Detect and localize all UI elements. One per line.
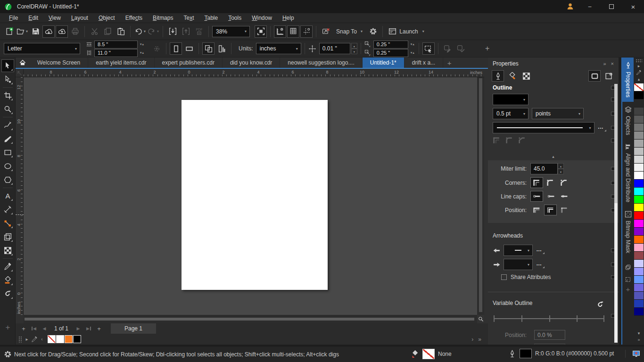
menu-item[interactable]: Edit — [23, 13, 43, 23]
portrait-orientation-button[interactable] — [170, 42, 182, 55]
tab-neowell-suggestion-logo[interactable]: neowell suggestion logo.... — [280, 58, 362, 68]
docker-tab-align-and-distribute[interactable]: Align and Distribute — [622, 139, 634, 206]
outline-color-swatch[interactable] — [520, 349, 532, 358]
palette-flyout-icon[interactable]: ▸ — [634, 63, 644, 69]
tab-drift-x-a[interactable]: drift x a... — [405, 58, 443, 68]
home-icon[interactable] — [16, 58, 30, 68]
nudge-distance-field[interactable]: 0.01 " — [319, 43, 350, 54]
vertical-ruler[interactable]: inches 121086420 — [16, 77, 24, 315]
swatch-dark-red[interactable] — [634, 252, 644, 260]
swatch-yellow[interactable] — [634, 204, 644, 212]
fill-color-swatch[interactable] — [422, 349, 435, 359]
swatch-white[interactable] — [634, 172, 644, 180]
shadow-tool[interactable] — [1, 230, 14, 243]
zoom-level-combo[interactable]: 38% ▾ — [212, 26, 250, 37]
swatch-green[interactable] — [634, 196, 644, 204]
outline-color-combo[interactable]: ▾ — [493, 94, 528, 105]
page-size-preset-combo[interactable]: Letter ▾ — [4, 43, 80, 54]
dashed-square-icon[interactable] — [625, 277, 631, 282]
tab-expert-publishers[interactable]: expert publishers.cdr — [155, 58, 223, 68]
options-button[interactable] — [367, 25, 379, 38]
swatch-30-black[interactable] — [634, 148, 644, 156]
document-palette-drag-handle[interactable] — [18, 336, 22, 343]
menu-item[interactable]: Object — [93, 13, 120, 23]
redo-button[interactable]: ▾ — [147, 25, 159, 38]
undo-button[interactable]: ▾ — [134, 25, 146, 38]
variable-outline-icon[interactable] — [596, 301, 604, 309]
corner-preset-icon[interactable] — [518, 136, 526, 144]
zoom-tool[interactable] — [1, 103, 14, 115]
start-arrowhead-settings-button[interactable]: ••• — [537, 248, 545, 253]
swatch-black[interactable] — [634, 91, 644, 99]
miter-corner-button[interactable] — [530, 177, 543, 188]
scrollbar-thumb[interactable] — [614, 84, 618, 203]
artistic-media-tool[interactable] — [1, 132, 14, 145]
palette-scroll-up-icon[interactable]: ▴ — [634, 76, 644, 82]
variable-outline-slider[interactable] — [494, 315, 604, 322]
dimension-tool[interactable] — [1, 203, 14, 216]
doc-swatch-white[interactable] — [56, 335, 64, 343]
shape-tool[interactable] — [1, 73, 14, 86]
current-page-layout-button[interactable] — [215, 42, 228, 55]
swatch-pale-lavender[interactable] — [634, 260, 644, 268]
swatch-10-black[interactable] — [634, 164, 644, 172]
fullscreen-preview-button[interactable] — [255, 25, 267, 38]
panel-scrollbar[interactable] — [614, 84, 618, 343]
document-palette-flyout-icon[interactable]: ▸ — [23, 337, 31, 342]
corner-preset-icon[interactable] — [493, 136, 501, 144]
ellipse-tool[interactable] — [1, 160, 14, 173]
swatch-blue[interactable] — [634, 180, 644, 188]
overlapping-squares-icon[interactable] — [625, 264, 631, 270]
doc-swatch-black[interactable] — [73, 335, 81, 343]
menu-item[interactable]: Help — [277, 13, 299, 23]
page-height-field[interactable]: 11.0 " — [94, 49, 138, 57]
duplicate-distance-y-field[interactable]: 0.25 " — [373, 49, 408, 57]
connector-tool[interactable] — [1, 217, 14, 230]
maximize-button[interactable] — [601, 0, 622, 13]
import-button[interactable] — [166, 25, 179, 38]
swatch-20-black[interactable] — [634, 156, 644, 164]
swatch-70-black[interactable] — [634, 115, 644, 123]
palette-eyedropper-icon[interactable] — [634, 69, 644, 76]
tab-did-you-know[interactable]: did you know.cdr — [223, 58, 280, 68]
next-page-button[interactable]: ▶ — [73, 323, 83, 334]
zoom-corner-button[interactable] — [477, 315, 484, 323]
menu-item[interactable]: Effects — [120, 13, 148, 23]
paste-button[interactable] — [115, 25, 127, 38]
collapse-panel-icon[interactable]: » — [603, 61, 606, 66]
outline-width-units-combo[interactable]: points ▾ — [532, 108, 584, 119]
menu-item[interactable]: Bitmaps — [148, 13, 178, 23]
scrollbar-thumb[interactable] — [25, 318, 474, 321]
duplicate-y-spinner[interactable]: ▾▴ — [410, 51, 415, 55]
tab-welcome-screen[interactable]: Welcome Screen — [30, 58, 88, 68]
rectangle-tool[interactable] — [1, 146, 14, 159]
duplicate-distance-x-field[interactable]: 0.25 " — [373, 41, 408, 49]
chevron-down-icon[interactable]: ▾ — [525, 263, 532, 267]
outline-width-combo[interactable]: 0.5 pt ▾ — [493, 108, 528, 119]
add-page-button[interactable]: + — [18, 323, 29, 334]
customize-toolbar-button[interactable]: + — [481, 42, 494, 55]
docker-tab-properties[interactable]: Properties — [622, 58, 634, 102]
horizontal-ruler[interactable]: inches 864202468101214 — [24, 69, 484, 77]
swatch-sky-blue[interactable] — [634, 276, 644, 284]
horizontal-scrollbar[interactable] — [24, 315, 477, 323]
page-tab[interactable]: Page 1 — [111, 323, 156, 334]
menu-item[interactable]: Layout — [66, 13, 93, 23]
vo-position-field[interactable]: 0.0 % — [534, 330, 565, 340]
centered-outline-button[interactable] — [544, 205, 557, 215]
first-page-button[interactable]: ◀ — [29, 323, 39, 334]
open-button[interactable]: ▾ — [16, 25, 28, 38]
expand-palette-icon[interactable]: » — [478, 336, 481, 343]
round-cap-button[interactable] — [544, 191, 557, 202]
swatch-50-black[interactable] — [634, 132, 644, 140]
snap-to-dropdown[interactable]: Snap To ▾ — [333, 25, 366, 38]
miter-limit-spinner[interactable]: ▴▾ — [558, 163, 564, 174]
swatch-80-black[interactable] — [634, 107, 644, 115]
swatch-deep-blue[interactable] — [634, 300, 644, 308]
docker-tab-objects[interactable]: Objects — [622, 102, 634, 140]
doc-swatch-orange[interactable] — [65, 335, 73, 343]
preview-page-icon[interactable] — [603, 70, 615, 82]
fill-tab[interactable] — [506, 70, 518, 82]
undo-dropdown-icon[interactable]: ▾ — [144, 29, 146, 33]
customize-toolbox-button[interactable]: + — [0, 323, 16, 332]
